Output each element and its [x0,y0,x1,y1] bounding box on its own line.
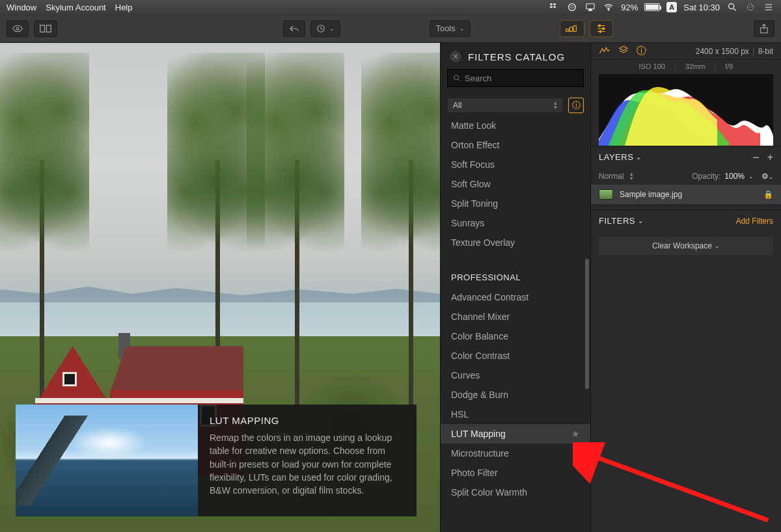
histogram[interactable] [599,74,773,146]
menu-window[interactable]: Window [7,3,36,12]
menu-help[interactable]: Help [115,3,133,12]
svg-rect-8 [47,25,51,32]
svg-rect-7 [40,25,45,32]
battery-percent: 92% [621,3,638,12]
siri-icon[interactable] [745,1,756,13]
catalog-title: FILTERS CATALOG [468,51,565,62]
share-button[interactable] [754,20,774,37]
add-filters-button[interactable]: Add Filters [736,217,773,226]
tools-dropdown[interactable]: Tools⌄ [430,20,470,37]
meta-aperture: f/9 [725,62,733,70]
layer-name: Sample image.jpg [620,190,682,199]
filter-item-lut-mapping[interactable]: LUT Mapping★ [441,424,590,444]
battery-icon[interactable] [644,3,660,11]
filter-tooltip: LUT MAPPING Remap the colors in an image… [16,405,417,516]
filters-panel-header[interactable]: FILTERS ⌄ Add Filters [591,209,781,232]
svg-point-15 [599,31,601,33]
filter-item-color-contrast[interactable]: Color Contrast [441,346,590,366]
dropbox-icon[interactable] [548,1,560,13]
svg-point-3 [729,4,734,9]
side-panel-button[interactable] [590,20,613,37]
filter-item-channel-mixer[interactable]: Channel Mixer [441,307,590,326]
svg-point-13 [598,25,600,27]
app-toolbar: ⌄ Tools⌄ [0,14,781,43]
svg-point-2 [609,9,610,10]
histogram-tab-icon[interactable] [599,46,610,57]
catalog-search-input[interactable] [465,73,578,83]
input-source-indicator[interactable]: A [666,2,677,12]
right-panel: ⓘ 2400 x 1500 px | 8-bit ISO 100| 32mm| … [591,43,781,532]
filter-item-curves[interactable]: Curves [441,366,590,385]
svg-point-0 [569,4,576,11]
filter-item-matte-look[interactable]: Matte Look [441,116,590,135]
catalog-info-toggle[interactable]: ⓘ [568,98,584,113]
layer-item[interactable]: Sample image.jpg 🔒 [591,185,781,204]
filter-item-photo-filter[interactable]: Photo Filter [441,463,590,483]
tooltip-title: LUT MAPPING [210,415,405,426]
svg-point-4 [747,4,754,11]
image-dimensions: 2400 x 1500 px [696,47,749,56]
svg-point-6 [16,27,19,30]
layers-panel-header[interactable]: LAYERS ⌄ − + [591,146,781,168]
compare-view-button[interactable] [34,20,57,37]
tooltip-thumbnail [16,405,198,516]
menu-skylum-account[interactable]: Skylum Account [46,3,106,12]
quick-preview-button[interactable] [7,20,29,37]
wifi-icon[interactable] [603,1,614,13]
svg-rect-10 [566,29,569,31]
image-bitdepth: 8-bit [758,47,773,56]
catalog-search[interactable] [447,69,584,87]
history-button[interactable]: ⌄ [310,20,340,37]
undo-button[interactable] [283,20,305,37]
catalog-section-professional: PROFESSIONAL [441,267,590,287]
macos-menubar: Window Skylum Account Help 92% A Sat 10:… [0,0,781,14]
meta-iso: ISO 100 [639,62,665,70]
layer-thumbnail [599,189,613,200]
lock-icon[interactable]: 🔒 [763,190,773,199]
meta-focal: 32mm [685,62,706,70]
filter-item-orton-effect[interactable]: Orton Effect [441,135,590,155]
filter-item-split-toning[interactable]: Split Toning [441,194,590,213]
filter-item-microstructure[interactable]: Microstructure [441,444,590,463]
svg-rect-11 [569,27,572,31]
filter-item-dodge-burn[interactable]: Dodge & Burn [441,385,590,405]
opacity-label: Opacity: [692,172,720,181]
svg-point-17 [454,75,459,80]
blend-mode-select[interactable]: Normal▴▾ [599,172,633,181]
filter-item-soft-focus[interactable]: Soft Focus [441,155,590,174]
menubar-clock: Sat 10:30 [683,3,720,12]
search-icon [453,74,461,82]
catalog-scrollbar[interactable] [585,116,589,532]
filter-item-color-balance[interactable]: Color Balance [441,326,590,346]
remove-layer-button[interactable]: − [752,154,760,161]
clear-workspace-button[interactable]: Clear Workspace⌄ [599,237,773,255]
airplay-icon[interactable] [584,1,596,13]
favorite-star-icon[interactable]: ★ [571,429,580,439]
info-tab-icon[interactable]: ⓘ [637,45,646,57]
filter-item-hsl[interactable]: HSL [441,405,590,424]
filter-item-sunrays[interactable]: Sunrays [441,213,590,233]
layers-tab-icon[interactable] [618,45,629,58]
filter-item-soft-glow[interactable]: Soft Glow [441,174,590,194]
svg-rect-12 [573,25,576,31]
catalog-category-select[interactable]: All ▴▾ [447,98,563,113]
opacity-value[interactable]: 100% [724,172,745,181]
filters-catalog-panel: ✕ FILTERS CATALOG All ▴▾ ⓘ Matte LookOrt… [440,43,591,532]
layer-settings-icon[interactable]: ⚙︎⌄ [761,172,773,181]
spotlight-icon[interactable] [726,1,738,13]
creative-cloud-icon[interactable] [566,1,578,13]
filter-item-split-color-warmth[interactable]: Split Color Warmth [441,483,590,502]
filter-item-texture-overlay[interactable]: Texture Overlay [441,233,590,252]
svg-point-14 [602,27,604,29]
presets-panel-button[interactable] [560,20,584,37]
filter-item-advanced-contrast[interactable]: Advanced Contrast [441,287,590,307]
add-layer-button[interactable]: + [767,154,773,161]
tooltip-body: Remap the colors in an image using a loo… [210,431,405,497]
notification-center-icon[interactable] [763,1,774,13]
image-canvas[interactable]: LUT MAPPING Remap the colors in an image… [0,43,440,532]
close-catalog-button[interactable]: ✕ [450,51,461,62]
